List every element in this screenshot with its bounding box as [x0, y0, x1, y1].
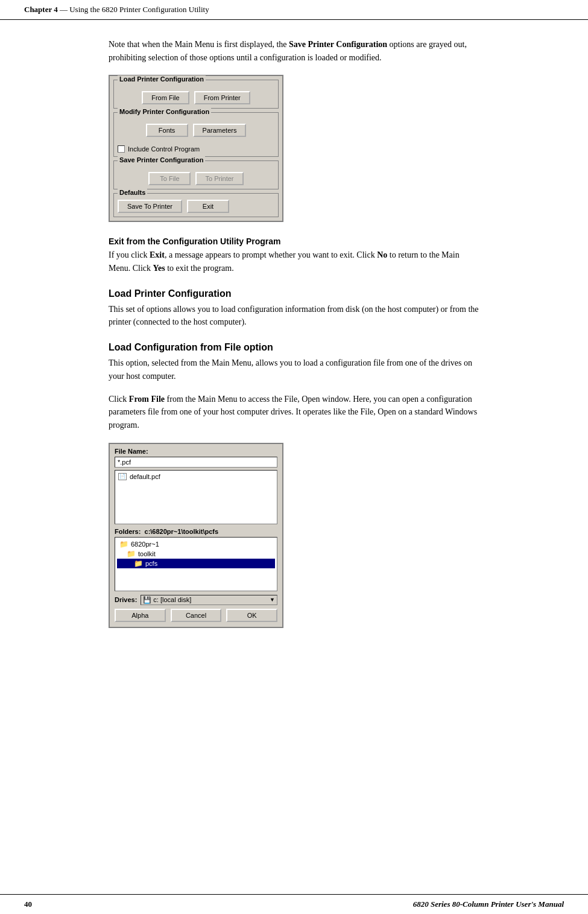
- save-printer-section: Save Printer Configuration To File To Pr…: [113, 160, 279, 189]
- to-file-button[interactable]: To File: [148, 172, 191, 185]
- modify-section-title: Modify Printer Configuration: [118, 108, 211, 115]
- main-menu-dialog: Load Printer Configuration From File Fro…: [109, 75, 283, 222]
- from-printer-button[interactable]: From Printer: [194, 91, 250, 104]
- fonts-button[interactable]: Fonts: [146, 124, 188, 137]
- load-config-heading: Load Configuration from File option: [109, 342, 479, 353]
- load-printer-heading: Load Printer Configuration: [109, 288, 479, 299]
- folder-name-3: pcfs: [145, 560, 157, 567]
- drives-select[interactable]: 💾 c: [local disk] ▼: [141, 595, 277, 605]
- load-buttons-row: From File From Printer: [118, 91, 274, 104]
- folder-item-6820: 📁 6820pr~1: [117, 539, 275, 549]
- page-footer: 40 6820 Series 80-Column Printer User's …: [0, 894, 588, 914]
- parameters-button[interactable]: Parameters: [193, 124, 247, 137]
- file-name-item: default.pcf: [130, 473, 160, 480]
- exit-bold: Exit: [150, 250, 165, 259]
- drives-value: 💾 c: [local disk]: [143, 596, 191, 604]
- file-name-input[interactable]: *.pcf: [115, 457, 277, 468]
- alpha-button[interactable]: Alpha: [115, 609, 166, 622]
- folders-row: Folders: c:\6820pr~1\toolkit\pcfs: [115, 528, 277, 535]
- main-content: Note that when the Main Menu is first di…: [0, 20, 588, 661]
- yes-bold: Yes: [153, 264, 165, 273]
- folder-name-1: 6820pr~1: [131, 541, 159, 548]
- manual-title: 6820 Series 80-Column Printer User's Man…: [413, 900, 564, 909]
- defaults-section: Defaults Save To Printer Exit: [113, 193, 279, 217]
- include-control-row: Include Control Program: [118, 145, 274, 153]
- include-control-checkbox[interactable]: [118, 145, 125, 153]
- file-open-dialog: File Name: *.pcf 📄 default.pcf Folders: …: [109, 443, 283, 628]
- folder-name-2: toolkit: [138, 550, 156, 557]
- exit-button[interactable]: Exit: [187, 200, 229, 213]
- ok-button[interactable]: OK: [226, 609, 277, 622]
- load-section-title: Load Printer Configuration: [118, 75, 206, 83]
- intro-paragraph: Note that when the Main Menu is first di…: [109, 38, 479, 64]
- from-file-button[interactable]: From File: [142, 91, 189, 104]
- file-item-default: 📄 default.pcf: [117, 472, 275, 481]
- drives-label: Drives:: [115, 596, 137, 603]
- save-buttons-row: To File To Printer: [118, 172, 274, 185]
- file-name-label: File Name:: [115, 448, 277, 455]
- load-config-para1: This option, selected from the Main Menu…: [109, 357, 479, 382]
- load-printer-section: Load Printer Configuration From File Fro…: [113, 80, 279, 109]
- drive-icon: 💾: [143, 596, 151, 603]
- defaults-title: Defaults: [118, 189, 147, 196]
- folder-item-pcfs[interactable]: 📁 pcfs: [117, 559, 275, 568]
- folder-icon-3: 📁: [134, 559, 143, 568]
- file-list: 📄 default.pcf: [115, 470, 277, 524]
- page-header: Chapter 4 — Using the 6820 Printer Confi…: [0, 0, 588, 20]
- bold-text: Save Printer Con­figuration: [289, 40, 387, 49]
- save-section-title: Save Printer Configuration: [118, 156, 205, 163]
- exit-paragraph: If you click Exit, a message appears to …: [109, 249, 479, 275]
- folder-icon-2: 📁: [127, 550, 136, 558]
- folder-item-toolkit: 📁 toolkit: [117, 549, 275, 559]
- modify-printer-section: Modify Printer Configuration Fonts Param…: [113, 112, 279, 157]
- exit-heading: Exit from the Configuration Utility Prog…: [109, 236, 479, 246]
- load-printer-paragraph: This set of options allows you to load c…: [109, 303, 479, 329]
- cancel-button[interactable]: Cancel: [171, 609, 222, 622]
- page-number: 40: [24, 900, 32, 909]
- save-to-printer-button[interactable]: Save To Printer: [118, 200, 182, 213]
- drives-row: Drives: 💾 c: [local disk] ▼: [115, 595, 277, 605]
- include-control-label: Include Control Program: [128, 145, 200, 153]
- to-printer-button[interactable]: To Printer: [195, 172, 243, 185]
- load-config-para2: Click From File from the Main Menu to ac…: [109, 393, 479, 432]
- folders-path: c:\6820pr~1\toolkit\pcfs: [145, 528, 219, 535]
- file-icon: 📄: [118, 473, 127, 480]
- folder-icon-1: 📁: [119, 540, 128, 548]
- from-file-bold: From File: [129, 395, 165, 404]
- header-chapter-title: Chapter 4 — Using the 6820 Printer Confi…: [24, 5, 209, 14]
- no-bold: No: [377, 250, 387, 259]
- defaults-buttons-row: Save To Printer Exit: [118, 200, 274, 213]
- modify-buttons-row: Fonts Parameters: [118, 124, 274, 137]
- folder-list: 📁 6820pr~1 📁 toolkit 📁 pcfs: [115, 537, 277, 591]
- drives-dropdown-arrow: ▼: [270, 597, 275, 603]
- bottom-buttons-row: Alpha Cancel OK: [115, 609, 277, 622]
